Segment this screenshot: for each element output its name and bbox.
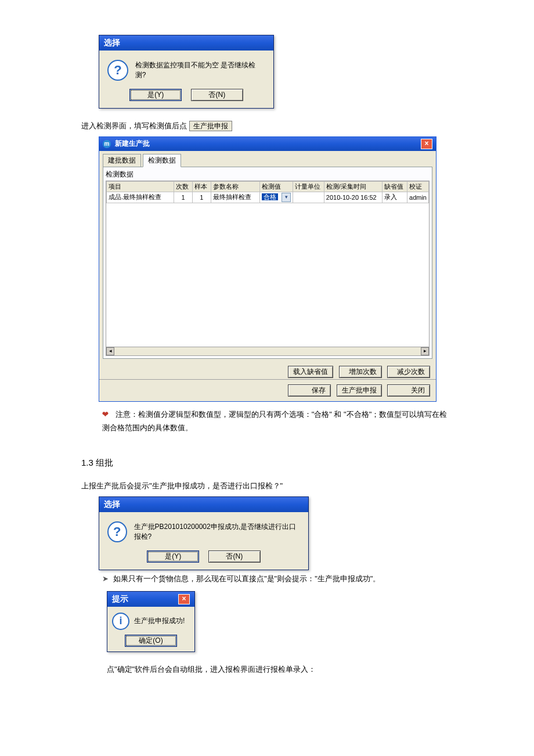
note-1: ❤ 注意：检测值分逻辑型和数值型，逻辑型的只有两个选项："合格" 和 "不合格"… — [102, 408, 453, 435]
col-param[interactable]: 参数名称 — [211, 181, 259, 192]
col-sample[interactable]: 样本 — [192, 181, 211, 192]
tab-strip: 建批数据 检测数据 — [99, 151, 436, 167]
group-label: 检测数据 — [106, 170, 430, 181]
question-icon: ? — [107, 521, 127, 542]
dialog-button-row: 是(Y) 否(N) — [99, 87, 273, 108]
cell-verify[interactable]: admin — [407, 192, 429, 203]
col-project[interactable]: 项目 — [107, 181, 174, 192]
dialog-message: 生产批PB201010200002申报成功,是否继续进行出口报检? — [134, 522, 300, 542]
ok-button[interactable]: 确定(O) — [125, 635, 177, 647]
cell-default[interactable]: 录入 — [382, 192, 407, 203]
close-icon[interactable]: × — [178, 594, 190, 604]
tab-panel: 检测数据 项目 次数 样本 参数名称 检测值 计量单位 检测/采集时间 缺省值 … — [103, 167, 432, 359]
yes-button[interactable]: 是(Y) — [129, 89, 182, 101]
instruction-line-1: 进入检测界面，填写检测值后点 生产批申报 — [81, 119, 453, 133]
tab-detect-data[interactable]: 检测数据 — [143, 154, 181, 167]
cell-time[interactable]: 2010-10-20 16:52 — [324, 192, 382, 203]
no-button[interactable]: 否(N) — [191, 89, 243, 101]
note-1-text: 注意：检测值分逻辑型和数值型，逻辑型的只有两个选项："合格" 和 "不合格"；数… — [102, 410, 447, 432]
load-default-button[interactable]: 载入缺省值 — [288, 366, 333, 378]
instruction-line-3: 点"确定"软件后台会自动组批，进入报检界面进行报检单录入： — [107, 663, 453, 676]
cell-value[interactable]: 合格 — [259, 192, 293, 203]
production-report-button[interactable]: 生产批申报 — [337, 384, 382, 397]
col-verify[interactable]: 校证 — [407, 181, 429, 192]
info-dialog-success: 提示 × i 生产批申报成功! 确定(O) — [107, 591, 195, 652]
dialog-title: 提示 — [112, 594, 128, 604]
grid-header-row: 项目 次数 样本 参数名称 检测值 计量单位 检测/采集时间 缺省值 校证 — [107, 181, 429, 192]
cell-value-text: 合格 — [262, 193, 278, 200]
col-default[interactable]: 缺省值 — [382, 181, 407, 192]
no-button[interactable]: 否(N) — [208, 550, 261, 563]
dialog-body: ? 生产批PB201010200002申报成功,是否继续进行出口报检? — [99, 512, 308, 548]
new-production-batch-window: m 新建生产批 × 建批数据 检测数据 检测数据 项目 次数 样本 参数名称 检… — [99, 136, 436, 402]
bullet-list: 如果只有一个货物信息，那么现在可以直接点"是"则会提示："生产批申报成功"。 — [81, 574, 453, 584]
data-grid[interactable]: 项目 次数 样本 参数名称 检测值 计量单位 检测/采集时间 缺省值 校证 成品… — [106, 181, 430, 356]
dialog-title: 选择 — [104, 499, 120, 510]
cell-project[interactable]: 成品.最终抽样检查 — [107, 192, 174, 203]
dialog-titlebar: 提示 × — [107, 592, 194, 607]
close-icon[interactable]: × — [421, 139, 432, 149]
col-unit[interactable]: 计量单位 — [293, 181, 324, 192]
instruction-line-2: 上报生产批后会提示"生产批申报成功，是否进行出口报检？" — [81, 479, 453, 492]
question-icon: ? — [107, 60, 128, 81]
dialog-title: 选择 — [104, 38, 120, 48]
dialog-titlebar: 选择 — [99, 35, 273, 51]
dialog-message: 生产批申报成功! — [134, 616, 185, 626]
decrease-count-button[interactable]: 减少次数 — [387, 366, 430, 378]
cell-sample[interactable]: 1 — [192, 192, 211, 203]
dialog-message: 检测数据监控项目不能为空 是否继续检测? — [135, 60, 265, 80]
dialog-button-row: 是(Y) 否(N) — [99, 548, 308, 570]
tab-build-data[interactable]: 建批数据 — [103, 154, 141, 167]
horizontal-scrollbar[interactable]: ◂ ▸ — [106, 347, 429, 355]
app-icon: m — [103, 140, 111, 148]
grid-data-row[interactable]: 成品.最终抽样检查 1 1 最终抽样检查 合格 2010-10-20 16:52… — [107, 192, 429, 203]
cell-unit[interactable] — [293, 192, 324, 203]
col-time[interactable]: 检测/采集时间 — [324, 181, 382, 192]
window-footer-button-row: 保存 生产批申报 关闭 — [99, 379, 436, 401]
dialog-button-row: 确定(O) — [107, 632, 194, 651]
increase-count-button[interactable]: 增加次数 — [339, 366, 382, 378]
close-button[interactable]: 关闭 — [387, 384, 430, 397]
section-heading: 1.3 组批 — [81, 458, 453, 469]
grid-table: 项目 次数 样本 参数名称 检测值 计量单位 检测/采集时间 缺省值 校证 成品… — [106, 181, 429, 203]
bullet-1: 如果只有一个货物信息，那么现在可以直接点"是"则会提示："生产批申报成功"。 — [102, 574, 453, 584]
scroll-left-icon[interactable]: ◂ — [106, 347, 114, 355]
instruction-prefix: 进入检测界面，填写检测值后点 — [81, 121, 187, 130]
col-count[interactable]: 次数 — [174, 181, 193, 192]
save-button[interactable]: 保存 — [288, 384, 331, 397]
cell-param[interactable]: 最终抽样检查 — [211, 192, 259, 203]
window-titlebar: m 新建生产批 × — [99, 137, 436, 151]
yes-button[interactable]: 是(Y) — [147, 550, 199, 563]
production-report-button-inline[interactable]: 生产批申报 — [189, 121, 232, 131]
cell-count[interactable]: 1 — [174, 192, 193, 203]
dialog-titlebar: 选择 — [99, 497, 308, 512]
col-value[interactable]: 检测值 — [259, 181, 293, 192]
dialog-body: i 生产批申报成功! — [107, 607, 194, 632]
dialog-body: ? 检测数据监控项目不能为空 是否继续检测? — [99, 51, 273, 87]
scroll-right-icon[interactable]: ▸ — [421, 347, 429, 355]
confirm-dialog-continue-detect: 选择 ? 检测数据监控项目不能为空 是否继续检测? 是(Y) 否(N) — [99, 35, 274, 109]
window-title-text: 新建生产批 — [115, 139, 150, 147]
grid-button-row: 载入缺省值 增加次数 减少次数 — [99, 362, 436, 378]
flag-icon: ❤ — [102, 410, 109, 419]
window-title: m 新建生产批 — [103, 139, 150, 149]
confirm-dialog-export-inspect: 选择 ? 生产批PB201010200002申报成功,是否继续进行出口报检? 是… — [99, 496, 309, 570]
dropdown-arrow-icon[interactable] — [282, 193, 291, 202]
info-icon: i — [112, 613, 129, 630]
